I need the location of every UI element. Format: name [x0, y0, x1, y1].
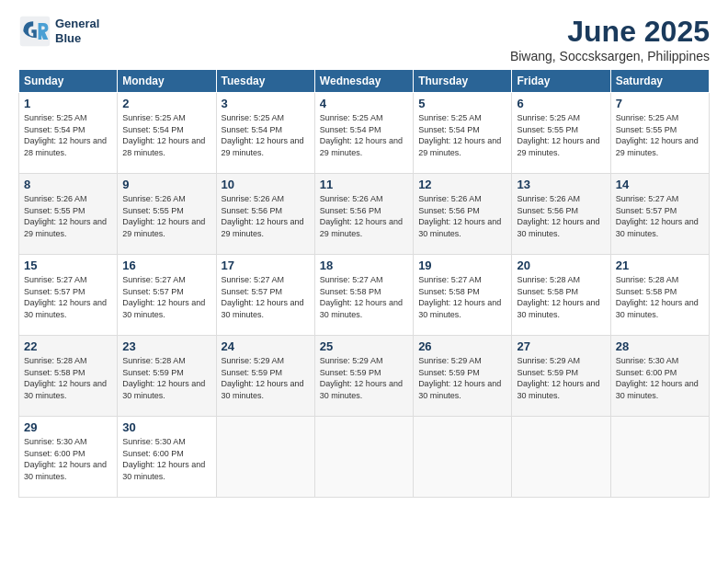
- day-header-sunday: Sunday: [19, 70, 118, 93]
- day-number: 14: [616, 178, 704, 191]
- calendar-cell: 27 Sunrise: 5:29 AM Sunset: 5:59 PM Dayl…: [512, 336, 610, 417]
- day-detail: Sunrise: 5:27 AM Sunset: 5:57 PM Dayligh…: [24, 274, 112, 320]
- day-number: 19: [418, 259, 506, 272]
- calendar-week-row: 1 Sunrise: 5:25 AM Sunset: 5:54 PM Dayli…: [19, 93, 710, 174]
- day-number: 1: [24, 97, 112, 110]
- calendar-cell: 21 Sunrise: 5:28 AM Sunset: 5:58 PM Dayl…: [610, 255, 709, 336]
- day-number: 18: [320, 259, 408, 272]
- calendar-cell: 15 Sunrise: 5:27 AM Sunset: 5:57 PM Dayl…: [19, 255, 118, 336]
- calendar: SundayMondayTuesdayWednesdayThursdayFrid…: [18, 69, 710, 498]
- calendar-cell: 1 Sunrise: 5:25 AM Sunset: 5:54 PM Dayli…: [19, 93, 118, 174]
- calendar-cell: [414, 417, 512, 498]
- title-block: June 2025 Biwang, Soccsksargen, Philippi…: [510, 15, 710, 63]
- day-number: 26: [418, 339, 506, 353]
- day-detail: Sunrise: 5:30 AM Sunset: 6:00 PM Dayligh…: [24, 436, 112, 482]
- day-detail: Sunrise: 5:26 AM Sunset: 5:56 PM Dayligh…: [222, 193, 310, 239]
- calendar-cell: 22 Sunrise: 5:28 AM Sunset: 5:58 PM Dayl…: [19, 336, 118, 417]
- day-number: 6: [517, 97, 605, 110]
- day-detail: Sunrise: 5:25 AM Sunset: 5:54 PM Dayligh…: [320, 112, 408, 158]
- day-number: 8: [24, 178, 112, 191]
- calendar-cell: 29 Sunrise: 5:30 AM Sunset: 6:00 PM Dayl…: [19, 417, 118, 498]
- day-detail: Sunrise: 5:26 AM Sunset: 5:55 PM Dayligh…: [24, 193, 112, 239]
- day-detail: Sunrise: 5:28 AM Sunset: 5:58 PM Dayligh…: [24, 355, 112, 401]
- day-number: 7: [616, 97, 704, 110]
- day-detail: Sunrise: 5:26 AM Sunset: 5:55 PM Dayligh…: [122, 193, 210, 239]
- day-header-friday: Friday: [512, 70, 610, 93]
- day-number: 30: [122, 420, 210, 434]
- day-detail: Sunrise: 5:26 AM Sunset: 5:56 PM Dayligh…: [517, 193, 605, 239]
- calendar-cell: 8 Sunrise: 5:26 AM Sunset: 5:55 PM Dayli…: [19, 174, 118, 255]
- day-detail: Sunrise: 5:28 AM Sunset: 5:58 PM Dayligh…: [616, 274, 704, 320]
- day-detail: Sunrise: 5:25 AM Sunset: 5:54 PM Dayligh…: [122, 112, 210, 158]
- day-header-monday: Monday: [118, 70, 216, 93]
- day-detail: Sunrise: 5:29 AM Sunset: 5:59 PM Dayligh…: [222, 355, 310, 401]
- calendar-cell: 19 Sunrise: 5:27 AM Sunset: 5:58 PM Dayl…: [414, 255, 512, 336]
- day-detail: Sunrise: 5:25 AM Sunset: 5:54 PM Dayligh…: [418, 112, 506, 158]
- day-detail: Sunrise: 5:29 AM Sunset: 5:59 PM Dayligh…: [418, 355, 506, 401]
- day-number: 17: [222, 259, 310, 272]
- day-header-wednesday: Wednesday: [314, 70, 413, 93]
- day-detail: Sunrise: 5:27 AM Sunset: 5:58 PM Dayligh…: [418, 274, 506, 320]
- day-detail: Sunrise: 5:27 AM Sunset: 5:58 PM Dayligh…: [320, 274, 408, 320]
- day-header-saturday: Saturday: [610, 70, 709, 93]
- day-number: 10: [222, 178, 310, 191]
- calendar-cell: 17 Sunrise: 5:27 AM Sunset: 5:57 PM Dayl…: [216, 255, 314, 336]
- month-title: June 2025: [510, 15, 710, 49]
- day-number: 28: [616, 339, 704, 353]
- logo: General Blue: [18, 15, 99, 48]
- calendar-cell: 9 Sunrise: 5:26 AM Sunset: 5:55 PM Dayli…: [118, 174, 216, 255]
- calendar-cell: 26 Sunrise: 5:29 AM Sunset: 5:59 PM Dayl…: [414, 336, 512, 417]
- calendar-cell: 2 Sunrise: 5:25 AM Sunset: 5:54 PM Dayli…: [118, 93, 216, 174]
- calendar-cell: 28 Sunrise: 5:30 AM Sunset: 6:00 PM Dayl…: [610, 336, 709, 417]
- calendar-cell: 5 Sunrise: 5:25 AM Sunset: 5:54 PM Dayli…: [414, 93, 512, 174]
- day-detail: Sunrise: 5:26 AM Sunset: 5:56 PM Dayligh…: [320, 193, 408, 239]
- day-number: 21: [616, 259, 704, 272]
- day-detail: Sunrise: 5:27 AM Sunset: 5:57 PM Dayligh…: [222, 274, 310, 320]
- calendar-cell: [314, 417, 413, 498]
- calendar-week-row: 22 Sunrise: 5:28 AM Sunset: 5:58 PM Dayl…: [19, 336, 710, 417]
- day-number: 24: [222, 339, 310, 353]
- day-number: 3: [222, 97, 310, 110]
- calendar-cell: 11 Sunrise: 5:26 AM Sunset: 5:56 PM Dayl…: [314, 174, 413, 255]
- day-detail: Sunrise: 5:26 AM Sunset: 5:56 PM Dayligh…: [418, 193, 506, 239]
- day-number: 5: [418, 97, 506, 110]
- calendar-cell: [512, 417, 610, 498]
- day-number: 12: [418, 178, 506, 191]
- calendar-cell: 30 Sunrise: 5:30 AM Sunset: 6:00 PM Dayl…: [118, 417, 216, 498]
- calendar-cell: [216, 417, 314, 498]
- logo-icon: [18, 15, 51, 48]
- day-detail: Sunrise: 5:28 AM Sunset: 5:59 PM Dayligh…: [122, 355, 210, 401]
- calendar-cell: 25 Sunrise: 5:29 AM Sunset: 5:59 PM Dayl…: [314, 336, 413, 417]
- day-number: 11: [320, 178, 408, 191]
- day-number: 22: [24, 339, 112, 353]
- day-number: 25: [320, 339, 408, 353]
- day-detail: Sunrise: 5:29 AM Sunset: 5:59 PM Dayligh…: [320, 355, 408, 401]
- day-detail: Sunrise: 5:27 AM Sunset: 5:57 PM Dayligh…: [616, 193, 704, 239]
- calendar-week-row: 8 Sunrise: 5:26 AM Sunset: 5:55 PM Dayli…: [19, 174, 710, 255]
- day-number: 9: [122, 178, 210, 191]
- page-header: General Blue June 2025 Biwang, Soccsksar…: [18, 15, 710, 63]
- day-detail: Sunrise: 5:27 AM Sunset: 5:57 PM Dayligh…: [122, 274, 210, 320]
- day-number: 4: [320, 97, 408, 110]
- calendar-week-row: 15 Sunrise: 5:27 AM Sunset: 5:57 PM Dayl…: [19, 255, 710, 336]
- calendar-cell: 13 Sunrise: 5:26 AM Sunset: 5:56 PM Dayl…: [512, 174, 610, 255]
- day-detail: Sunrise: 5:30 AM Sunset: 6:00 PM Dayligh…: [616, 355, 704, 401]
- day-number: 20: [517, 259, 605, 272]
- calendar-cell: [610, 417, 709, 498]
- day-detail: Sunrise: 5:25 AM Sunset: 5:55 PM Dayligh…: [517, 112, 605, 158]
- day-number: 2: [122, 97, 210, 110]
- calendar-cell: 20 Sunrise: 5:28 AM Sunset: 5:58 PM Dayl…: [512, 255, 610, 336]
- day-detail: Sunrise: 5:25 AM Sunset: 5:55 PM Dayligh…: [616, 112, 704, 158]
- day-detail: Sunrise: 5:25 AM Sunset: 5:54 PM Dayligh…: [24, 112, 112, 158]
- calendar-cell: 12 Sunrise: 5:26 AM Sunset: 5:56 PM Dayl…: [414, 174, 512, 255]
- logo-text: General Blue: [55, 17, 99, 45]
- day-number: 16: [122, 259, 210, 272]
- day-header-tuesday: Tuesday: [216, 70, 314, 93]
- calendar-cell: 10 Sunrise: 5:26 AM Sunset: 5:56 PM Dayl…: [216, 174, 314, 255]
- day-detail: Sunrise: 5:29 AM Sunset: 5:59 PM Dayligh…: [517, 355, 605, 401]
- day-number: 27: [517, 339, 605, 353]
- calendar-cell: 23 Sunrise: 5:28 AM Sunset: 5:59 PM Dayl…: [118, 336, 216, 417]
- day-detail: Sunrise: 5:28 AM Sunset: 5:58 PM Dayligh…: [517, 274, 605, 320]
- day-number: 23: [122, 339, 210, 353]
- calendar-cell: 14 Sunrise: 5:27 AM Sunset: 5:57 PM Dayl…: [610, 174, 709, 255]
